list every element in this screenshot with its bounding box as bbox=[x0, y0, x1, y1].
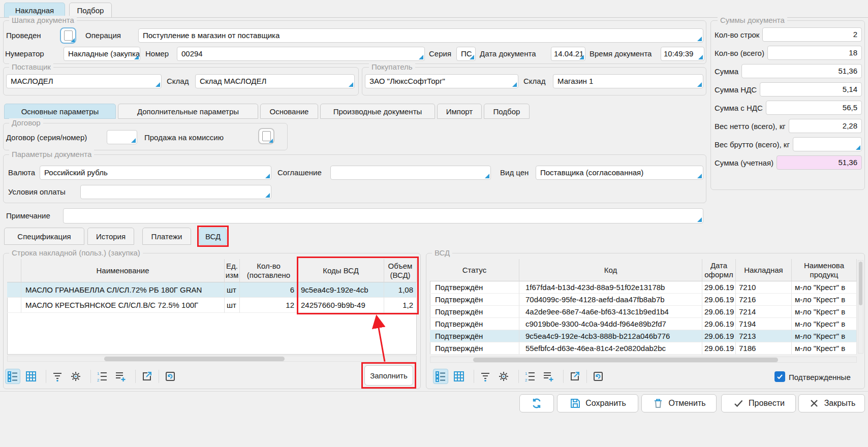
tab-main-params[interactable]: Основные параметры bbox=[4, 104, 116, 119]
svg-text:1: 1 bbox=[525, 371, 528, 376]
posted-checkbox[interactable] bbox=[60, 27, 76, 44]
vsd-cell-date: 29.06.19 bbox=[702, 294, 736, 306]
series-field[interactable]: ПС bbox=[456, 47, 476, 61]
add-lines-icon[interactable] bbox=[113, 369, 128, 384]
vsd-cell-status: Подтверждён bbox=[430, 294, 519, 306]
open-external-icon[interactable] bbox=[567, 369, 582, 384]
close-button[interactable]: Закрыть bbox=[798, 394, 865, 412]
numbered-list-icon[interactable]: 12 bbox=[522, 369, 538, 384]
commission-checkbox[interactable] bbox=[258, 128, 274, 144]
vsd-hscrollbar-thumb[interactable] bbox=[473, 358, 778, 362]
add-lines-icon[interactable] bbox=[541, 369, 556, 384]
lines-hscrollbar-thumb[interactable] bbox=[104, 357, 285, 361]
lines-hscrollbar[interactable] bbox=[7, 356, 417, 362]
numbered-list-icon[interactable]: 12 bbox=[95, 369, 110, 384]
totals-qty-field[interactable]: 18 bbox=[767, 46, 862, 60]
contract-number-field[interactable] bbox=[107, 130, 137, 144]
vsd-row[interactable]: Подтверждён 70d4099c-95fe-4128-aefd-daa4… bbox=[430, 294, 857, 306]
vsd-hscrollbar[interactable] bbox=[430, 357, 857, 363]
cancel-button[interactable]: Отменить bbox=[641, 394, 717, 412]
tab-derived-docs[interactable]: Производные документы bbox=[320, 104, 435, 119]
operation-field[interactable]: Поступление в магазин от поставщика bbox=[138, 28, 703, 43]
totals-sum-field[interactable]: 51,36 bbox=[741, 64, 862, 78]
open-external-icon[interactable] bbox=[139, 369, 154, 384]
totals-lines-count-field[interactable]: 2 bbox=[762, 27, 862, 42]
close-button-label: Закрыть bbox=[824, 399, 856, 408]
fill-button[interactable]: Заполнить bbox=[364, 365, 413, 386]
vsd-cell-product: м-ло "Крест" в bbox=[792, 318, 857, 330]
tab-vsd[interactable]: ВСД bbox=[199, 228, 227, 245]
tab-history[interactable]: История bbox=[87, 228, 134, 245]
lines-header-unit[interactable]: Ед. изм bbox=[225, 259, 240, 282]
lines-header-qty[interactable]: Кол-во (поставлено bbox=[240, 259, 298, 282]
note-field[interactable] bbox=[63, 208, 703, 224]
totals-vat-field[interactable]: 5,14 bbox=[760, 82, 862, 97]
vsd-header-status[interactable]: Статус bbox=[430, 259, 519, 281]
lines-row[interactable]: МАСЛО КРЕСТЬЯНСКОЕ СЛ/СЛ.В/С 72.5% 100Г … bbox=[7, 298, 417, 313]
confirmed-checkbox[interactable] bbox=[774, 371, 785, 382]
vsd-header-product[interactable]: Наименова продукц bbox=[792, 259, 857, 281]
totals-legend: Суммы документа bbox=[718, 16, 787, 25]
save-button[interactable]: Сохранить bbox=[557, 394, 638, 412]
vsd-header-code[interactable]: Код bbox=[519, 259, 702, 281]
numerator-label: Нумератор bbox=[5, 49, 44, 58]
supplier-field[interactable]: МАСЛОДЕЛ bbox=[6, 74, 162, 88]
buyer-field[interactable]: ЗАО "ЛюксСофтТорг" bbox=[365, 74, 518, 88]
tab-extra-params[interactable]: Дополнительные параметры bbox=[118, 104, 258, 119]
refresh-button[interactable] bbox=[519, 394, 554, 412]
vsd-vscrollbar[interactable] bbox=[858, 260, 863, 354]
lines-header-codes[interactable]: Коды ВСД bbox=[298, 259, 384, 282]
agreement-field[interactable] bbox=[330, 166, 491, 180]
post-button[interactable]: Провести bbox=[721, 394, 796, 412]
view-grid-icon[interactable] bbox=[451, 369, 467, 384]
vsd-row[interactable]: Подтверждён 4a2de9ee-68e7-4a6e-bf63-413c… bbox=[430, 306, 857, 318]
tab-specification[interactable]: Спецификация bbox=[4, 228, 84, 245]
gear-icon[interactable] bbox=[68, 369, 83, 384]
lines-cell-unit: шт bbox=[225, 298, 240, 313]
totals-accounting-sum-field[interactable]: 51,36 bbox=[777, 155, 862, 170]
vsd-legend: ВСД bbox=[432, 248, 452, 258]
vsd-vscrollbar-thumb[interactable] bbox=[859, 262, 862, 305]
tab-invoice-label: Накладная bbox=[15, 6, 54, 15]
gear-icon[interactable] bbox=[496, 369, 511, 384]
vsd-cell-date: 29.06.19 bbox=[702, 330, 736, 342]
tab-param-selection[interactable]: Подбор bbox=[484, 104, 530, 119]
reload-icon[interactable] bbox=[163, 369, 178, 384]
vsd-row[interactable]: Подтверждён c9019b0e-9300-4c0a-94dd-f964… bbox=[430, 318, 857, 330]
number-field[interactable]: 00294 bbox=[177, 47, 425, 61]
doc-date-field[interactable]: 14.04.21 bbox=[551, 47, 585, 61]
tab-main-params-label: Основные параметры bbox=[21, 107, 99, 116]
vsd-cell-status: Подтверждён bbox=[430, 281, 519, 294]
totals-net-weight-field[interactable]: 2,28 bbox=[789, 119, 862, 133]
totals-gross-weight-field[interactable] bbox=[793, 137, 862, 151]
vsd-row[interactable]: Подтверждён 55efbfc4-d63e-46ea-81c4-2e08… bbox=[430, 342, 857, 355]
vsd-header-date[interactable]: Дата оформл bbox=[702, 259, 736, 281]
tab-import[interactable]: Импорт bbox=[437, 104, 482, 119]
numerator-field[interactable]: Накладные (закупка bbox=[64, 47, 140, 61]
lines-header-volume[interactable]: Объем (ВСД) bbox=[384, 259, 417, 282]
lines-row[interactable]: МАСЛО ГРАНАБЕЛЛА СЛ/СЛ.72% РБ 180Г GRAN … bbox=[7, 282, 417, 298]
tab-payments[interactable]: Платежи bbox=[142, 228, 191, 245]
vsd-row-selected[interactable]: Подтверждён 9c5ea4c9-192e-4cb3-888b-b212… bbox=[430, 330, 857, 342]
doc-header-legend: Шапка документа bbox=[9, 16, 77, 25]
filter-icon[interactable] bbox=[478, 369, 493, 384]
view-grid-icon[interactable] bbox=[23, 369, 39, 384]
vsd-row[interactable]: Подтверждён 1f67fda4-b13d-423d-88a9-51f0… bbox=[430, 281, 857, 294]
doc-time-field[interactable]: 10:49:39 bbox=[661, 47, 704, 61]
price-type-field[interactable]: Поставщика (согласованная) bbox=[536, 166, 703, 180]
supplier-warehouse-field[interactable]: Склад МАСЛОДЕЛ bbox=[195, 74, 355, 88]
reload-icon[interactable] bbox=[591, 369, 606, 384]
agreement-label: Соглашение bbox=[277, 168, 322, 177]
buyer-warehouse-field[interactable]: Магазин 1 bbox=[553, 74, 703, 88]
payment-terms-field[interactable] bbox=[80, 185, 271, 199]
posted-label: Проведен bbox=[6, 31, 41, 40]
filter-icon[interactable] bbox=[50, 369, 65, 384]
tab-basis[interactable]: Основание bbox=[260, 104, 318, 119]
currency-field[interactable]: Российский рубль bbox=[40, 166, 271, 180]
view-list-icon[interactable] bbox=[5, 369, 20, 384]
totals-sum-with-vat-field[interactable]: 56,5 bbox=[766, 101, 862, 115]
lines-header-name[interactable]: Наименование bbox=[21, 259, 225, 282]
view-list-icon[interactable] bbox=[433, 369, 448, 384]
vsd-header-invoice[interactable]: Накладная bbox=[736, 259, 792, 281]
lines-cell-codes: 9c5ea4c9-192e-4cb bbox=[298, 282, 384, 298]
